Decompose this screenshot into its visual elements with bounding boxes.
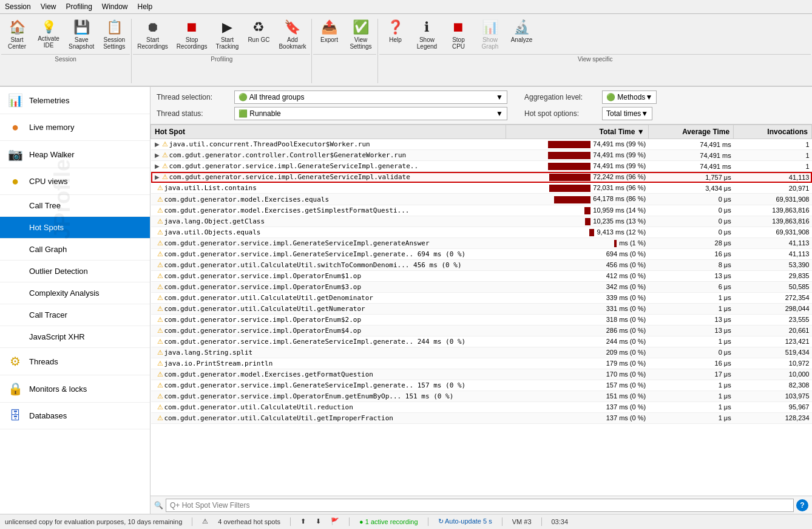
table-row[interactable]: ▶⚠java.util.concurrent.ThreadPoolExecuto… xyxy=(151,139,812,150)
row-expand-button[interactable] xyxy=(154,327,156,334)
row-expand-button[interactable] xyxy=(154,316,156,323)
run-gc-button[interactable]: ♻ Run GC xyxy=(243,16,274,46)
thread-status-dropdown[interactable]: 🟩 Runnable ▼ xyxy=(234,107,507,120)
table-row[interactable]: ⚠com.gdut.generator.service.impl.Operato… xyxy=(151,281,812,292)
save-snapshot-button[interactable]: 💾 SaveSnapshot xyxy=(64,16,98,53)
sidebar-item-javascript-xhr[interactable]: JavaScript XHR xyxy=(0,326,150,348)
menu-session[interactable]: Session xyxy=(0,1,36,12)
table-row[interactable]: ⚠com.gdut.generator.model.Exercises.getF… xyxy=(151,369,812,380)
show-legend-button[interactable]: ℹ ShowLegend xyxy=(411,16,442,53)
table-row[interactable]: ⚠com.gdut.generator.service.impl.Operato… xyxy=(151,325,812,336)
row-expand-button[interactable] xyxy=(154,415,156,421)
start-recordings-button[interactable]: ⏺ StartRecordings xyxy=(133,16,172,53)
row-expand-button[interactable] xyxy=(154,284,156,290)
table-row[interactable]: ⚠com.gdut.generator.service.impl.Operato… xyxy=(151,391,812,401)
sidebar-item-databases[interactable]: 🗄 Databases xyxy=(0,403,150,429)
menu-window[interactable]: Window xyxy=(97,1,133,12)
row-expand-button[interactable] xyxy=(154,273,156,279)
table-row[interactable]: ▶⚠com.gdut.generator.service.impl.Genera… xyxy=(151,161,812,172)
add-bookmark-button[interactable]: 🔖 AddBookmark xyxy=(274,16,310,53)
table-row[interactable]: ⚠java.util.Objects.equals9,413 ms (12 %)… xyxy=(151,227,812,237)
row-expand-button[interactable] xyxy=(154,229,156,236)
start-center-button[interactable]: 🏠 StartCenter xyxy=(1,16,33,53)
sidebar-item-heap-walker[interactable]: 📷 Heap Walker xyxy=(0,141,150,168)
table-row[interactable]: ⚠com.gdut.generator.util.CalculateUtil.g… xyxy=(151,412,812,423)
table-row[interactable]: ▶⚠com.gdut.generator.controller.Controll… xyxy=(151,150,812,161)
table-row[interactable]: ⚠com.gdut.generator.util.CalculateUtil.s… xyxy=(151,259,812,270)
sidebar-item-call-graph[interactable]: Call Graph xyxy=(0,239,150,261)
recording-status: ● 1 active recording xyxy=(359,518,418,525)
row-expand-button[interactable] xyxy=(154,371,156,378)
row-expand-button[interactable] xyxy=(154,305,156,312)
row-expand-button[interactable] xyxy=(154,218,156,225)
sidebar-item-live-memory[interactable]: ● Live memory xyxy=(0,114,150,141)
row-expand-button[interactable] xyxy=(154,207,156,214)
table-row[interactable]: ⚠com.gdut.generator.service.impl.Operato… xyxy=(151,314,812,325)
aggregation-dropdown[interactable]: 🟢 Methods ▼ xyxy=(602,90,657,104)
table-row[interactable]: ⚠java.util.List.contains72,031 ms (96 %)… xyxy=(151,183,812,194)
hotspot-filter-input[interactable] xyxy=(166,499,794,512)
sidebar-item-outlier-detection[interactable]: Outlier Detection xyxy=(0,261,150,282)
view-settings-label: ViewSettings xyxy=(350,36,371,50)
session-settings-button[interactable]: 📋 SessionSettings xyxy=(98,16,130,53)
table-row[interactable]: ⚠java.lang.Object.getClass10,235 ms (13 … xyxy=(151,216,812,227)
sidebar-item-telemetries[interactable]: 📊 Telemetries xyxy=(0,87,150,114)
col-avg-time[interactable]: Average Time xyxy=(648,125,734,139)
stop-recordings-button[interactable]: ⏹ StopRecordings xyxy=(172,16,212,53)
table-row[interactable]: ⚠com.gdut.generator.model.Exercises.getS… xyxy=(151,205,812,216)
nav-down-icon[interactable]: ⬇ xyxy=(316,517,321,525)
row-expand-button[interactable]: ▶ xyxy=(154,163,161,169)
table-row[interactable]: ▶⚠com.gdut.generator.service.impl.Genera… xyxy=(151,172,812,183)
row-expand-button[interactable] xyxy=(154,295,156,301)
col-total-time[interactable]: Total Time ▼ xyxy=(506,125,648,139)
row-expand-button[interactable] xyxy=(154,196,156,203)
row-expand-button[interactable] xyxy=(154,185,156,191)
hotspot-options-dropdown[interactable]: Total times ▼ xyxy=(602,107,652,120)
row-expand-button[interactable] xyxy=(154,382,156,389)
row-expand-button[interactable]: ▶ xyxy=(154,174,161,180)
start-tracking-button[interactable]: ▶ StartTracking xyxy=(211,16,243,53)
row-expand-button[interactable]: ▶ xyxy=(154,141,161,148)
table-row[interactable]: ⚠com.gdut.generator.service.impl.Generat… xyxy=(151,237,812,248)
view-settings-button[interactable]: ✅ ViewSettings xyxy=(345,16,376,53)
table-row[interactable]: ⚠com.gdut.generator.util.CalculateUtil.g… xyxy=(151,292,812,303)
analyze-button[interactable]: 🔬 Analyze xyxy=(506,16,537,46)
export-button[interactable]: 📤 Export xyxy=(313,16,345,46)
col-invocations[interactable]: Invocations xyxy=(734,125,812,139)
row-expand-button[interactable] xyxy=(154,338,156,345)
row-expand-button[interactable] xyxy=(154,262,156,268)
help-button[interactable]: ❓ Help xyxy=(379,16,411,46)
sidebar-item-hot-spots[interactable]: Hot Spots xyxy=(0,217,150,239)
filter-help-button[interactable]: ? xyxy=(796,499,808,511)
table-row[interactable]: ⚠com.gdut.generator.service.impl.Generat… xyxy=(151,248,812,259)
table-row[interactable]: ⚠com.gdut.generator.service.impl.Operato… xyxy=(151,270,812,281)
table-row[interactable]: ⚠com.gdut.generator.model.Exercises.equa… xyxy=(151,194,812,205)
nav-up-icon[interactable]: ⬆ xyxy=(300,517,306,525)
thread-selection-dropdown[interactable]: 🟢 All thread groups ▼ xyxy=(234,90,507,104)
row-expand-button[interactable] xyxy=(154,393,156,400)
menu-help[interactable]: Help xyxy=(133,1,158,12)
table-row[interactable]: ⚠com.gdut.generator.service.impl.Generat… xyxy=(151,336,812,347)
row-expand-button[interactable] xyxy=(154,404,156,411)
row-expand-button[interactable] xyxy=(154,349,156,356)
row-expand-button[interactable] xyxy=(154,240,156,247)
row-expand-button[interactable]: ▶ xyxy=(154,152,161,159)
sidebar-item-call-tree[interactable]: Call Tree xyxy=(0,195,150,217)
row-expand-button[interactable] xyxy=(154,251,156,258)
stop-cpu-button[interactable]: ⏹ StopCPU xyxy=(442,16,474,53)
menu-profiling[interactable]: Profiling xyxy=(61,1,97,12)
sidebar-item-cpu-views[interactable]: ● CPU views xyxy=(0,168,150,195)
table-row[interactable]: ⚠java.lang.String.split209 ms (0 %)0 μs5… xyxy=(151,347,812,358)
table-row[interactable]: ⚠com.gdut.generator.util.CalculateUtil.r… xyxy=(151,401,812,412)
sidebar-item-monitors-locks[interactable]: 🔒 Monitors & locks xyxy=(0,375,150,403)
table-row[interactable]: ⚠com.gdut.generator.util.CalculateUtil.g… xyxy=(151,303,812,314)
sidebar-item-complexity-analysis[interactable]: Complexity Analysis xyxy=(0,282,150,304)
table-row[interactable]: ⚠java.io.PrintStream.println179 ms (0 %)… xyxy=(151,358,812,369)
table-row[interactable]: ⚠com.gdut.generator.service.impl.Generat… xyxy=(151,380,812,391)
sidebar-item-threads[interactable]: ⚙ Threads xyxy=(0,348,150,375)
row-expand-button[interactable] xyxy=(154,360,156,367)
activate-ide-button[interactable]: 💡 ActivateIDE xyxy=(33,16,64,52)
sidebar-item-call-tracer[interactable]: Call Tracer xyxy=(0,304,150,326)
show-graph-button[interactable]: 📊 ShowGraph xyxy=(474,16,506,53)
menu-view[interactable]: View xyxy=(36,1,61,12)
